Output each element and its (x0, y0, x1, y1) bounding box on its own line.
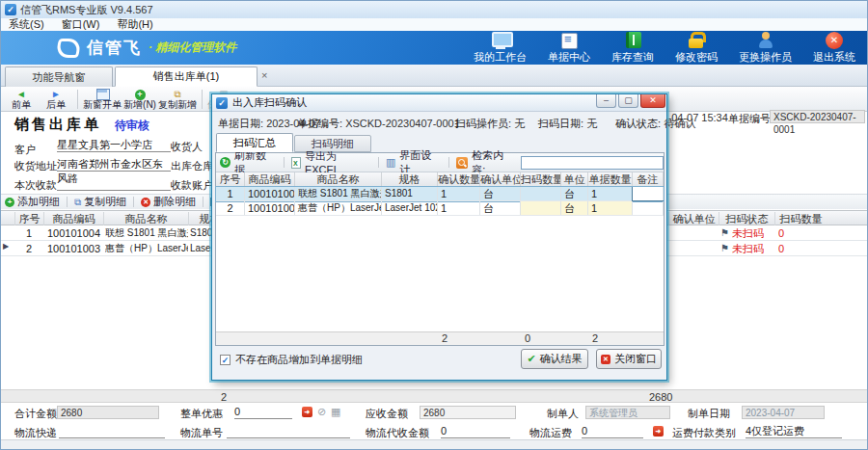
consignee-label: 收货人 (171, 140, 203, 154)
maker-field: 系统管理员 (585, 406, 670, 419)
cod-field[interactable]: 0 (441, 425, 510, 438)
detail-toolbar-separator (203, 197, 203, 207)
next-arrow-icon: ► (51, 89, 61, 99)
close-window-label: 关闭窗口 (614, 352, 657, 366)
change-password-button[interactable]: 修改密码 (675, 32, 718, 65)
express-field[interactable] (59, 425, 165, 438)
row1-seq: 1 (14, 226, 43, 240)
dialog-tab-summary[interactable]: 扫码汇总 (216, 133, 293, 152)
freight-type-label: 运费付款类别 (672, 426, 736, 440)
waybill-label: 物流单号 (180, 426, 223, 440)
detail-toolbar-separator (133, 197, 134, 207)
close-window-button[interactable]: ✕ 关闭窗口 (596, 349, 662, 369)
logo-text: 信管飞 (87, 37, 142, 59)
maker-label: 制单人 (547, 407, 579, 421)
logo-slogan: · 精细化管理软件 (149, 40, 236, 56)
prev-doc-button[interactable]: ◄前单 (5, 87, 38, 111)
exit-system-button[interactable]: 退出系统 (813, 32, 855, 65)
next-doc-button[interactable]: ►后单 (40, 87, 72, 111)
col-confirm-unit: 确认单位 (668, 212, 719, 225)
add-missing-checkbox[interactable]: ✓ 不存在商品增加到单据明细 (220, 353, 363, 367)
switch-operator-button[interactable]: 更换操作员 (739, 32, 792, 65)
customer-label: 客户 (14, 144, 36, 155)
express-label: 物流快递 (14, 426, 57, 440)
copy-detail-button[interactable]: ⧉复制明细 (74, 195, 126, 209)
detail-toolbar-separator (67, 197, 68, 207)
banner-actions: 我的工作台 单据中心 库存查询 修改密码 更换操作员 退出系统 (474, 32, 855, 65)
dialog-toolbar: ↻ 刷新数据 导出为EXCEL ▥ 界面设计 检索内容: (216, 153, 664, 172)
discount-field[interactable]: 0 (234, 406, 292, 419)
customer-field[interactable]: 星星文具第一小学店 (57, 138, 171, 152)
tab-close-icon[interactable]: × (261, 69, 267, 81)
address-label: 收货地址 (14, 159, 57, 173)
layout-design-icon: ▥ (386, 156, 395, 169)
exit-system-label: 退出系统 (813, 50, 855, 65)
freight-type-field[interactable]: 4仅登记运费 (746, 425, 842, 438)
order-footer-amounts: 合计金额 2680 整单优惠 0 ⊘ ▦ 应收金额 2680 制单人 系统管理员… (1, 404, 868, 423)
row2-scan-status: 未扫码 (732, 242, 764, 255)
dialog-confirm-status: 确认状态: 待确认 (615, 117, 695, 131)
total-qty: 2 (221, 391, 227, 403)
tab-sales-outbound[interactable]: 销售出库单(1) (115, 66, 258, 87)
order-status-badge: 待审核 (115, 118, 149, 134)
confirm-result-button[interactable]: ✔ 确认结果 (521, 349, 588, 369)
add-new-button[interactable]: +新增(N) (123, 87, 156, 111)
discount-apply-icon[interactable] (302, 407, 312, 417)
row2-name: 惠普（HP）LaserJet 1020 (105, 242, 188, 255)
discount-grid-icon[interactable]: ▦ (331, 407, 340, 417)
payment-label: 本次收款 (14, 178, 57, 193)
row1-scan-status: 未扫码 (732, 226, 764, 240)
col-scan-qty: 扫码数量 (774, 212, 827, 225)
dialog-maximize-button[interactable]: ▢ (618, 94, 638, 108)
freight-apply-icon[interactable] (653, 426, 664, 437)
workbench-monitor-icon (491, 32, 510, 49)
dialog-row-1[interactable]: 1100101004 联想 S1801 黑白激光S1801 1台 台 1 (216, 187, 664, 201)
document-center-button[interactable]: 单据中心 (548, 32, 590, 65)
logo-icon (55, 39, 82, 58)
add-detail-button[interactable]: +添加明细 (5, 195, 60, 209)
payment-field[interactable] (57, 176, 171, 191)
add-plus-icon: + (135, 90, 146, 100)
document-list-icon (559, 32, 579, 49)
dialog-grid-header: 序号商品编码 商品名称规格 确认数量确认单位 扫码数量单位 单据数量备注 (216, 172, 664, 187)
copy-new-button[interactable]: ⧉复制新增 (158, 87, 197, 111)
discount-label: 整单优惠 (180, 407, 223, 421)
export-excel-button[interactable]: 导出为EXCEL (305, 149, 371, 175)
dialog-close-button[interactable]: ✕ (640, 94, 665, 108)
freight-label: 物流运费 (529, 426, 572, 440)
dialog-doc-no: 单据编号: XSCKD-20230407-0001 (297, 117, 460, 131)
dialog-row-2[interactable]: 2100101003 惠普（HP）LaserJetLaserJet 1020 1… (216, 201, 664, 216)
copy-pages-icon: ⧉ (174, 89, 180, 99)
doc-no-field: XSCKD-20230407-0001 (770, 110, 865, 123)
freight-field[interactable]: 0 (582, 425, 643, 438)
address-field[interactable]: 河南省郑州市金水区东风路 (57, 157, 171, 172)
menu-window[interactable]: 窗口(W) (62, 17, 100, 32)
receivable-label: 应收金额 (366, 407, 408, 421)
row2-code: 100101003 (47, 242, 103, 255)
dialog-minimize-button[interactable]: – (596, 94, 616, 108)
delete-detail-button[interactable]: ✕删除明细 (141, 195, 196, 209)
dialog-summary-panel: ↻ 刷新数据 导出为EXCEL ▥ 界面设计 检索内容: 序号商品编码 商品名称… (215, 152, 665, 346)
row2-scan-qty: 0 (778, 242, 784, 255)
workbench-button[interactable]: 我的工作台 (474, 32, 527, 65)
search-input[interactable] (521, 156, 664, 170)
tab-nav-panel[interactable]: 功能导航窗 (5, 66, 113, 87)
inventory-query-button[interactable]: 库存查询 (611, 32, 654, 65)
flag-icon: ⚑ (720, 226, 729, 240)
password-lock-icon (687, 32, 706, 49)
dialog-title: 出入库扫码确认 (232, 95, 307, 110)
next-doc-label: 后单 (46, 100, 66, 110)
brand: 信管飞 · 精细化管理软件 (57, 37, 236, 59)
copy-detail-icon: ⧉ (74, 197, 81, 208)
confirm-result-label: 确认结果 (540, 352, 583, 366)
waybill-field[interactable] (227, 425, 350, 438)
confirm-check-icon: ✔ (527, 353, 535, 365)
search-icon (456, 157, 468, 169)
new-window-order-button[interactable]: 新窗开单 (83, 87, 122, 111)
menu-help[interactable]: 帮助(H) (117, 17, 152, 32)
account-label: 收款账户 (171, 178, 213, 193)
menu-system[interactable]: 系统(S) (9, 17, 44, 32)
window-title: 信管飞RMS专业版 V9.4.567 (20, 3, 153, 17)
discount-clear-icon[interactable]: ⊘ (317, 407, 326, 417)
current-row-marker-icon: ▶ (3, 242, 9, 251)
